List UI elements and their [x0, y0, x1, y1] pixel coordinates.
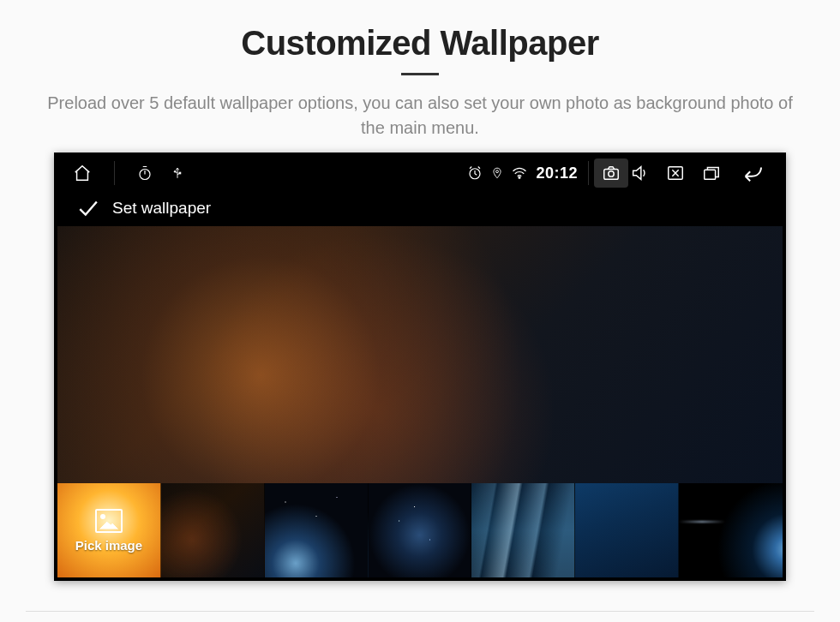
device-screenshot: 20:12: [54, 153, 786, 581]
wallpaper-thumb-4[interactable]: [471, 483, 575, 577]
wallpaper-header: Set wallpaper: [57, 190, 783, 226]
wallpaper-thumb-6[interactable]: [679, 483, 783, 577]
page-heading: Customized Wallpaper: [0, 24, 840, 63]
svg-point-5: [519, 176, 520, 178]
statusbar-divider-2: [588, 161, 589, 185]
heading-underline: [401, 73, 439, 75]
svg-point-7: [609, 171, 614, 176]
section-divider: [26, 611, 814, 612]
wifi-icon: [512, 167, 527, 179]
statusbar-divider: [114, 161, 115, 185]
screen-title: Set wallpaper: [112, 199, 211, 218]
screenshot-button[interactable]: [594, 158, 628, 188]
statusbar-clock: 20:12: [536, 164, 578, 182]
alarm-icon: [467, 165, 483, 181]
wallpaper-thumbnail-strip: Pick image: [57, 483, 783, 577]
status-bar: 20:12: [57, 156, 783, 190]
timer-icon: [137, 165, 153, 181]
usb-icon: [171, 165, 183, 181]
wallpaper-thumb-1[interactable]: [161, 483, 265, 577]
page-subheading: Preload over 5 default wallpaper options…: [43, 91, 797, 141]
wallpaper-preview[interactable]: [57, 226, 783, 483]
pick-image-button[interactable]: Pick image: [57, 483, 161, 577]
svg-rect-2: [179, 172, 181, 174]
svg-point-1: [174, 170, 176, 172]
wallpaper-thumb-5[interactable]: [575, 483, 679, 577]
back-icon[interactable]: [738, 164, 765, 182]
image-icon: [95, 509, 123, 533]
svg-point-4: [496, 170, 499, 173]
home-icon[interactable]: [73, 164, 92, 182]
volume-icon[interactable]: [630, 164, 649, 182]
recent-apps-icon[interactable]: [702, 164, 721, 182]
location-icon: [491, 165, 503, 181]
pick-image-label: Pick image: [75, 538, 142, 553]
svg-rect-9: [705, 170, 716, 179]
confirm-icon[interactable]: [76, 197, 99, 219]
wallpaper-thumb-2[interactable]: [265, 483, 369, 577]
close-app-icon[interactable]: [666, 164, 685, 182]
wallpaper-thumb-3[interactable]: [369, 483, 472, 577]
